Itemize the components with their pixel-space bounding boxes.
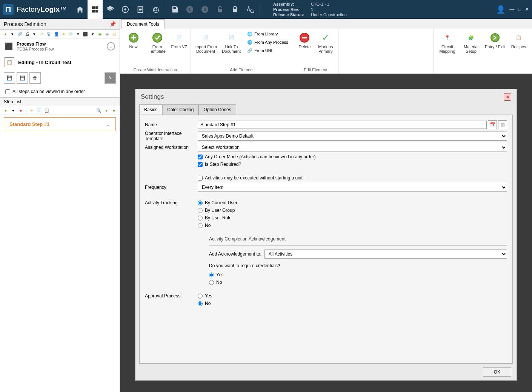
svg-point-7 [201,6,208,12]
add-icon[interactable]: ● [3,31,8,37]
from-library-button[interactable]: 🌐From Library [245,30,290,38]
gear-icon[interactable] [148,0,163,19]
without-unit-label: Activities may be executed without start… [205,175,303,181]
from-v7-button[interactable]: 📄 From V7 [171,30,188,49]
copy-icon[interactable]: 📄 [37,108,42,113]
pin-icon[interactable]: 📌 [109,21,116,27]
circuit-mapping-button[interactable]: 📍 Circuit Mapping [437,30,458,54]
ack-select[interactable]: All Activities [264,250,507,259]
add-step-icon[interactable]: ● [3,108,8,113]
target2-icon[interactable]: ◎ [112,31,117,37]
any-order-checkbox[interactable] [5,89,10,94]
cut-icon[interactable]: ✂ [39,31,44,37]
credentials-no-radio[interactable] [209,280,214,285]
down-icon[interactable]: ● [111,108,117,113]
user-icon[interactable]: 👤 [496,5,506,14]
svg-point-11 [247,9,249,11]
without-unit-checkbox[interactable] [198,176,203,181]
recipes-button[interactable]: 📋 Recipes [508,30,529,49]
step-required-label: Is Step Required? [205,162,241,167]
entry-exit-button[interactable]: Entry / Exit [484,30,505,49]
paste-icon[interactable]: 📋 [44,108,49,113]
chevron-down-icon[interactable]: ⌄ [106,121,110,127]
tab-color-coding[interactable]: Color Coding [162,104,198,115]
forward-icon[interactable] [197,0,212,19]
approval-yes-radio[interactable] [198,294,203,299]
print-icon[interactable]: 🖨 [25,31,30,37]
close-settings-icon[interactable]: ✕ [504,93,511,101]
cut2-icon[interactable]: ✂ [29,108,34,113]
by-current-user-radio[interactable] [198,201,203,205]
back-icon[interactable] [182,0,197,19]
save-disk-icon[interactable]: 💾 [4,72,15,84]
expand-arrow-icon[interactable]: ⌄ [107,42,115,51]
frequency-select[interactable]: Every Item [198,183,507,192]
edit-pencil-icon[interactable]: ✎ [105,72,116,84]
mark-primary-button[interactable]: ✓ Mark as Primary [316,30,335,54]
by-user-group-radio[interactable] [198,208,203,213]
workstation-select[interactable]: Select Workstation [198,143,507,152]
save-icon[interactable] [167,0,182,19]
by-user-role-radio[interactable] [198,216,203,220]
document-icon[interactable] [133,0,148,19]
dropdown2-icon[interactable]: ▾ [32,31,37,37]
box-icon[interactable]: ⬛ [83,31,88,37]
svg-point-18 [491,34,499,42]
svg-point-13 [251,9,253,12]
tab-option-codes[interactable]: Option Codes [198,104,236,115]
credentials-yes-radio[interactable] [209,273,214,277]
credentials-question: Do you want to require credentials? [209,263,507,268]
tracking-no-radio[interactable] [198,223,203,228]
check-circle-icon[interactable]: ◉ [97,31,102,37]
dropdown-icon[interactable]: ▾ [10,31,15,37]
name-input[interactable] [198,121,487,129]
new-button[interactable]: New [123,30,144,49]
import-from-doc-button[interactable]: 📄 Import From Document [194,30,217,54]
from-any-process-button[interactable]: 🌐From Any Process [245,38,290,46]
process-flow-row[interactable]: ⬛ Process Flow PCBA Process Flow ⌄ [0,38,120,54]
flow-chart-icon: ⬛ [5,42,13,51]
search-icon[interactable]: 🔍 [96,108,101,113]
svg-rect-17 [302,37,307,38]
any-order-mode-checkbox[interactable] [198,155,203,159]
approval-no-radio[interactable] [198,301,203,306]
lock-icon[interactable] [228,0,243,19]
stack-icon[interactable] [103,0,118,19]
remove-step-icon[interactable]: ● [18,108,23,113]
tab-basics[interactable]: Basics [139,104,162,115]
name-picker-icon[interactable]: 📅 [488,120,497,129]
grid-icon[interactable] [88,0,103,19]
unlock-icon[interactable] [212,0,228,19]
ok-button[interactable]: OK [483,368,511,377]
antenna-icon[interactable]: 📡 [46,31,52,37]
name-grid-icon[interactable]: ▦ [498,120,507,129]
trash-icon[interactable]: 🗑 [29,72,41,84]
step-dropdown-icon[interactable]: ▾ [11,108,16,113]
material-setup-button[interactable]: 🧩 Material Setup [461,30,481,54]
target-icon[interactable] [118,0,133,19]
up-icon[interactable]: ● [104,108,109,113]
home-icon[interactable] [72,0,88,19]
dropdown3-icon[interactable]: ▾ [75,31,80,37]
delete-button[interactable]: Delete [296,30,313,49]
from-template-button[interactable]: From Template [147,30,168,54]
from-url-button[interactable]: 🔗From URL [245,47,290,54]
step-item[interactable]: Standard Step #1 ⌄ [4,117,116,131]
star-icon[interactable]: ★ [62,31,66,37]
hierarchy-search-icon[interactable] [243,0,258,19]
person-icon[interactable]: 👤 [54,31,59,37]
step-required-checkbox[interactable] [198,162,203,167]
dropdown4-icon[interactable]: ▾ [90,31,95,37]
minimize-icon[interactable]: — [509,6,514,12]
op-template-select[interactable]: Sales Apps Demo Default [198,132,507,141]
save-blue-icon[interactable]: 💾 [17,72,28,84]
close-window-icon[interactable]: ✕ [525,6,529,12]
chain-icon[interactable]: 🔗 [17,31,23,37]
gear2-icon[interactable]: ⚙ [69,31,74,37]
link-to-doc-button[interactable]: 📄 Link To Document [220,30,242,54]
ribbon-tab-document-tools[interactable]: Document Tools [121,19,165,29]
assembly-info: Assembly:CTO-1 - 1 Process Rev:1 Release… [273,2,347,17]
maximize-icon[interactable]: □ [518,6,521,12]
step-list-header: Step List [0,97,120,106]
cancel-circle-icon[interactable]: ◉ [105,31,109,37]
